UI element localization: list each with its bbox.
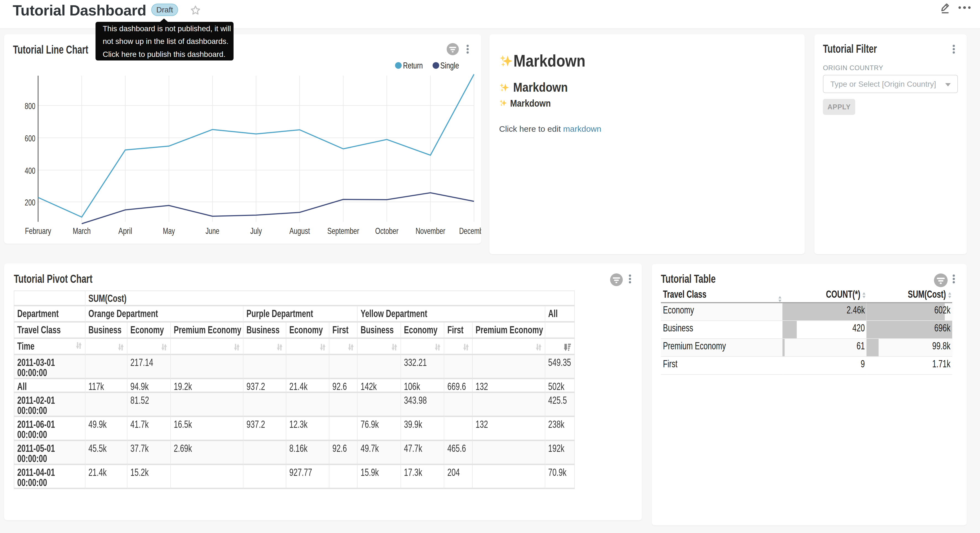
svg-text:August: August xyxy=(289,226,310,236)
svg-text:July: July xyxy=(250,226,262,236)
svg-text:Return: Return xyxy=(403,61,423,70)
svg-text:May: May xyxy=(163,226,175,236)
svg-text:September: September xyxy=(328,226,359,236)
svg-text:March: March xyxy=(73,226,91,236)
svg-text:June: June xyxy=(206,226,220,236)
svg-text:April: April xyxy=(118,226,132,236)
svg-text:Single: Single xyxy=(440,61,459,70)
svg-text:600: 600 xyxy=(25,133,35,143)
svg-text:200: 200 xyxy=(25,198,35,207)
svg-text:December: December xyxy=(459,226,481,236)
svg-text:400: 400 xyxy=(25,166,35,176)
svg-text:February: February xyxy=(25,226,51,236)
svg-text:November: November xyxy=(415,226,445,236)
svg-text:800: 800 xyxy=(25,101,35,111)
svg-text:October: October xyxy=(375,226,399,236)
